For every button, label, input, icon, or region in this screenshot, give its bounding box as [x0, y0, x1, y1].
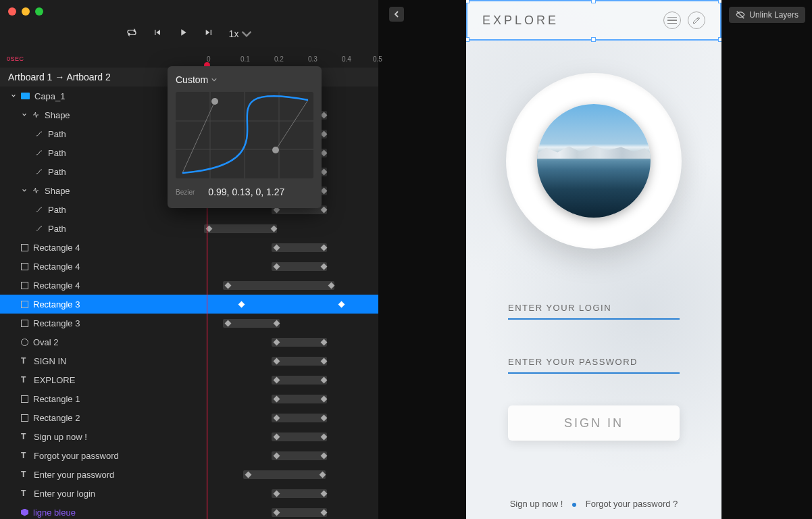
keyframe[interactable]: [321, 206, 328, 213]
layer-row[interactable]: Rectangle 2: [0, 408, 378, 427]
bezier-values[interactable]: 0.99, 0.13, 0, 1.27: [208, 187, 284, 197]
keyframe[interactable]: [321, 339, 328, 345]
keyframe[interactable]: [338, 301, 345, 307]
skip-forward-icon[interactable]: [203, 27, 214, 41]
keyframe[interactable]: [321, 168, 328, 175]
keyframe[interactable]: [328, 282, 335, 289]
keyframe-track[interactable]: [272, 451, 327, 460]
unlink-layers-button[interactable]: Unlink Layers: [729, 7, 805, 23]
keyframe[interactable]: [274, 433, 280, 440]
playback-speed[interactable]: 1x: [229, 28, 253, 39]
keyframe-track[interactable]: [272, 243, 327, 252]
login-input[interactable]: [508, 297, 680, 320]
keyframe-track[interactable]: [272, 414, 327, 422]
keyframe-track[interactable]: [272, 262, 327, 271]
keyframe-track[interactable]: [272, 395, 327, 403]
layer-row[interactable]: Rectangle 4: [0, 276, 378, 295]
keyframe[interactable]: [271, 225, 278, 232]
layer-row[interactable]: Rectangle 3: [0, 314, 378, 332]
keyframe[interactable]: [321, 452, 328, 459]
keyframe[interactable]: [225, 282, 232, 289]
preview-panel: EXPLORE SIGN IN Sign up now ! Forgot you…: [466, 0, 721, 519]
layer-name: Rectangle 4: [33, 262, 80, 272]
maximize-icon[interactable]: [35, 7, 43, 16]
layer-name: Enter your password: [34, 470, 114, 480]
edit-icon[interactable]: [688, 11, 705, 29]
keyframe[interactable]: [274, 414, 280, 421]
keyframe[interactable]: [321, 112, 328, 118]
signup-link[interactable]: Sign up now !: [510, 499, 563, 509]
keyframe[interactable]: [274, 509, 280, 516]
keyframe[interactable]: [274, 357, 280, 364]
layer-row[interactable]: TEnter your login: [0, 484, 378, 503]
keyframe-track[interactable]: [204, 224, 277, 233]
header-bar[interactable]: EXPLORE: [466, 0, 721, 41]
keyframe[interactable]: [274, 263, 280, 270]
bezier-curve-editor[interactable]: [176, 92, 313, 178]
layer-row[interactable]: Path: [0, 219, 378, 238]
zero-label: 0SEC: [7, 55, 24, 62]
keyframe[interactable]: [274, 395, 280, 402]
keyframe[interactable]: [321, 490, 328, 497]
keyframe[interactable]: [321, 433, 328, 440]
login-field[interactable]: [508, 297, 680, 320]
keyframe[interactable]: [274, 244, 280, 251]
layer-name: SIGN IN: [34, 356, 66, 366]
signin-button[interactable]: SIGN IN: [508, 405, 680, 441]
keyframe[interactable]: [321, 149, 328, 156]
keyframe-track[interactable]: [272, 376, 327, 385]
keyframe-track[interactable]: [243, 470, 326, 479]
keyframe-track[interactable]: [223, 281, 334, 290]
layer-row[interactable]: Rectangle 1: [0, 389, 378, 408]
layer-name: Shape: [45, 110, 70, 120]
easing-dropdown[interactable]: Custom: [176, 74, 313, 85]
layer-row[interactable]: TEnter your password: [0, 465, 378, 484]
keyframe[interactable]: [321, 187, 328, 194]
keyframe[interactable]: [245, 471, 252, 478]
keyframe[interactable]: [274, 490, 280, 497]
layer-row[interactable]: TSIGN IN: [0, 351, 378, 370]
layer-row[interactable]: Rectangle 4: [0, 257, 378, 276]
keyframe-track[interactable]: [223, 319, 280, 328]
keyframe[interactable]: [274, 452, 280, 459]
password-input[interactable]: [508, 351, 680, 374]
minimize-icon[interactable]: [22, 7, 30, 16]
playback-controls: 1x: [0, 22, 378, 45]
layer-row[interactable]: TForgot your password: [0, 446, 378, 465]
keyframe[interactable]: [321, 509, 328, 516]
time-ruler[interactable]: 0SEC 00.10.20.30.40.5: [0, 53, 378, 68]
keyframe-track[interactable]: [272, 357, 327, 366]
keyframe[interactable]: [321, 263, 328, 270]
layer-row[interactable]: Rectangle 3: [0, 295, 378, 314]
loop-icon[interactable]: [126, 27, 137, 41]
layer-row[interactable]: Oval 2: [0, 332, 378, 351]
skip-back-icon[interactable]: [152, 27, 163, 41]
password-field[interactable]: [508, 351, 680, 374]
keyframe-track[interactable]: [272, 338, 327, 347]
keyframe-track[interactable]: [272, 432, 327, 441]
keyframe[interactable]: [274, 339, 280, 345]
keyframe[interactable]: [321, 376, 328, 383]
layer-row[interactable]: TEXPLORE: [0, 370, 378, 389]
menu-icon[interactable]: [663, 11, 681, 29]
keyframe[interactable]: [321, 395, 328, 402]
layer-row[interactable]: Rectangle 4: [0, 238, 378, 257]
keyframe[interactable]: [321, 244, 328, 251]
keyframe[interactable]: [320, 471, 326, 478]
keyframe[interactable]: [225, 320, 232, 326]
keyframe[interactable]: [321, 357, 328, 364]
keyframe[interactable]: [321, 130, 328, 137]
layer-row[interactable]: TSign up now !: [0, 427, 378, 446]
forgot-link[interactable]: Forgot your password ?: [586, 499, 678, 509]
keyframe[interactable]: [274, 376, 280, 383]
keyframe[interactable]: [321, 414, 328, 421]
keyframe[interactable]: [238, 301, 245, 307]
play-icon[interactable]: [178, 27, 188, 41]
keyframe-track[interactable]: [236, 300, 345, 309]
keyframe-track[interactable]: [272, 489, 327, 498]
layer-row[interactable]: ligne bleue: [0, 503, 378, 519]
keyframe-track[interactable]: [272, 508, 327, 517]
close-icon[interactable]: [8, 7, 16, 16]
collapse-panel-button[interactable]: [389, 7, 404, 22]
keyframe[interactable]: [274, 320, 280, 326]
